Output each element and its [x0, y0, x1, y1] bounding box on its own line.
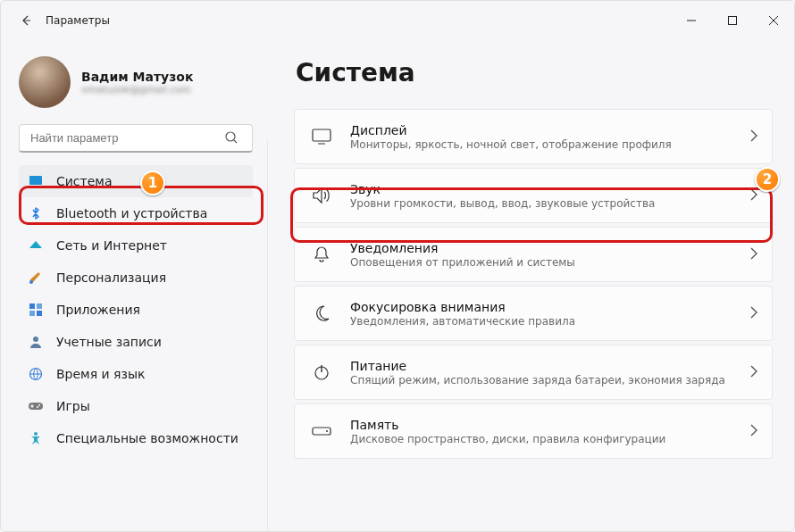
avatar: [19, 56, 71, 108]
close-button[interactable]: [753, 6, 794, 35]
user-row[interactable]: Вадим Матузок vmatuzok@gmail.com: [19, 56, 260, 108]
chevron-right-icon: [750, 423, 757, 440]
svg-point-14: [34, 432, 38, 436]
card-sub: Дисковое пространство, диски, правила ко…: [350, 433, 734, 445]
svg-rect-3: [33, 186, 38, 187]
sidebar-item-label: Время и язык: [56, 367, 145, 381]
chevron-right-icon: [750, 305, 757, 322]
close-icon: [769, 16, 778, 25]
card-sound[interactable]: Звук Уровни громкости, вывод, ввод, звук…: [294, 168, 773, 223]
gamepad-icon: [28, 398, 44, 414]
sidebar-item-label: Учетные записи: [56, 335, 162, 349]
sidebar-item-apps[interactable]: Приложения: [19, 294, 253, 326]
maximize-button[interactable]: [712, 6, 753, 35]
sidebar-item-accounts[interactable]: Учетные записи: [19, 326, 253, 358]
card-focus[interactable]: Фокусировка внимания Уведомления, автома…: [294, 286, 773, 341]
sidebar-item-network[interactable]: Сеть и Интернет: [19, 229, 253, 262]
bluetooth-icon: [28, 205, 44, 221]
svg-rect-7: [29, 311, 35, 316]
svg-rect-6: [37, 303, 42, 309]
sidebar-item-label: Сеть и Интернет: [56, 238, 167, 253]
card-display[interactable]: Дисплей Мониторы, яркость, ночной свет, …: [294, 109, 773, 164]
svg-rect-0: [729, 17, 737, 25]
sidebar-item-label: Bluetooth и устройства: [56, 206, 207, 220]
arrow-left-icon: [19, 13, 33, 28]
card-sub: Оповещения от приложений и системы: [350, 256, 734, 269]
globe-icon: [28, 366, 44, 382]
sidebar-item-gaming[interactable]: Игры: [19, 390, 253, 422]
card-title: Дисплей: [350, 123, 734, 137]
sidebar-item-time-language[interactable]: Время и язык: [19, 358, 253, 390]
card-storage[interactable]: Память Дисковое пространство, диски, пра…: [294, 403, 773, 459]
app-title: Параметры: [46, 14, 110, 27]
monitor-icon: [309, 129, 334, 145]
sidebar-item-system[interactable]: Система: [19, 165, 253, 197]
sidebar-item-accessibility[interactable]: Специальные возможности: [19, 422, 253, 454]
annotation-badge-1: 1: [140, 170, 165, 195]
svg-rect-2: [29, 176, 42, 185]
display-icon: [28, 173, 44, 189]
svg-point-13: [37, 406, 38, 408]
annotation-badge-2: 2: [755, 167, 780, 192]
svg-point-9: [33, 337, 38, 342]
wifi-icon: [28, 237, 44, 254]
maximize-icon: [728, 16, 737, 25]
card-title: Питание: [350, 359, 734, 373]
svg-point-12: [38, 404, 40, 406]
card-power[interactable]: Питание Спящий режим, использование заря…: [294, 345, 773, 400]
minimize-icon: [687, 16, 696, 25]
search-input[interactable]: [19, 124, 253, 153]
chevron-right-icon: [750, 129, 757, 145]
svg-point-18: [326, 430, 328, 432]
card-title: Фокусировка внимания: [350, 300, 734, 314]
main-pane: Система Дисплей Мониторы, яркость, ночно…: [267, 40, 794, 531]
minimize-button[interactable]: [671, 6, 712, 35]
accessibility-icon: [28, 430, 44, 446]
card-title: Уведомления: [350, 241, 734, 255]
user-email: vmatuzok@gmail.com: [81, 84, 193, 96]
sidebar-item-bluetooth[interactable]: Bluetooth и устройства: [19, 197, 253, 229]
svg-rect-8: [37, 311, 42, 316]
sidebar-item-label: Игры: [56, 399, 90, 413]
card-sub: Уровни громкости, вывод, ввод, звуковые …: [350, 197, 734, 210]
card-sub: Спящий режим, использование заряда батар…: [350, 374, 734, 387]
chevron-right-icon: [750, 187, 757, 204]
brush-icon: [28, 270, 44, 286]
svg-rect-5: [29, 303, 35, 309]
sound-icon: [309, 187, 334, 204]
back-button[interactable]: [13, 8, 38, 33]
user-name: Вадим Матузок: [81, 70, 193, 84]
chevron-right-icon: [750, 246, 757, 263]
sidebar-nav: Система Bluetooth и устройства Сеть и Ин…: [19, 165, 253, 454]
card-sub: Уведомления, автоматические правила: [350, 315, 734, 328]
card-sub: Мониторы, яркость, ночной свет, отображе…: [350, 138, 734, 151]
titlebar: Параметры: [1, 1, 794, 40]
sidebar-item-label: Приложения: [56, 303, 140, 317]
sidebar: Вадим Матузок vmatuzok@gmail.com Система…: [1, 40, 267, 531]
moon-icon: [309, 304, 334, 322]
card-title: Память: [350, 418, 734, 432]
card-notifications[interactable]: Уведомления Оповещения от приложений и с…: [294, 227, 773, 282]
sidebar-item-label: Специальные возможности: [56, 431, 238, 445]
sidebar-item-personalization[interactable]: Персонализация: [19, 262, 253, 294]
svg-rect-15: [313, 129, 331, 141]
chevron-right-icon: [750, 364, 757, 381]
svg-point-4: [29, 280, 33, 284]
bell-icon: [309, 245, 334, 263]
page-title: Система: [296, 58, 773, 87]
card-title: Звук: [350, 182, 734, 196]
sidebar-item-label: Система: [56, 174, 112, 188]
account-icon: [28, 334, 44, 350]
storage-icon: [309, 425, 334, 437]
apps-icon: [28, 302, 44, 318]
settings-cards: Дисплей Мониторы, яркость, ночной свет, …: [294, 109, 773, 459]
power-icon: [309, 363, 334, 381]
search-wrap: [19, 124, 260, 153]
sidebar-item-label: Персонализация: [56, 270, 166, 285]
